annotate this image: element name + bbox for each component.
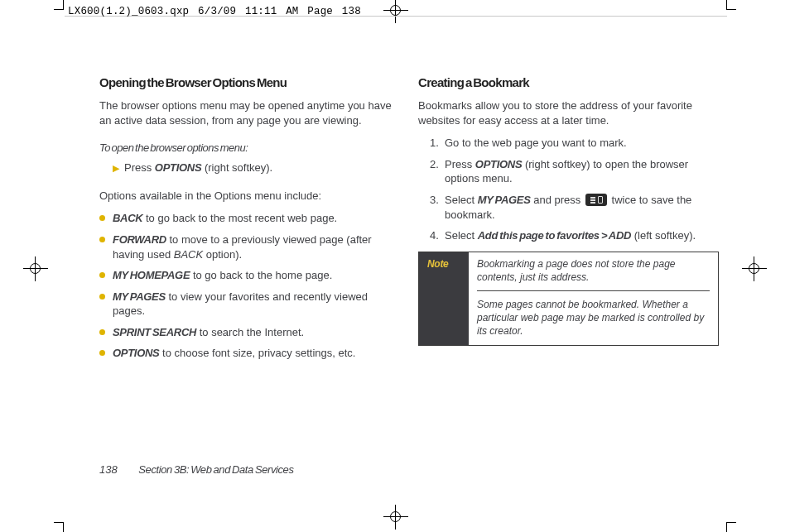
instruction-lead: To open the browser options menu: [99, 141, 400, 156]
heading-open-browser-options: Opening the Browser Options Menu [99, 74, 400, 91]
note-paragraph-2: Some pages cannot be bookmarked. Whether… [477, 298, 710, 338]
step-1: 1. Go to the web page you want to mark. [418, 136, 719, 151]
step-3: 3. Select MY PAGES and press twice to sa… [418, 193, 719, 222]
page-body: Opening the Browser Options Menu The bro… [65, 17, 725, 515]
note-body: Bookmarking a page does not store the pa… [469, 252, 718, 345]
step-4: 4. Select Add this page to favorites > A… [418, 228, 719, 243]
note-paragraph-1: Bookmarking a page does not store the pa… [477, 257, 710, 284]
instruction-step-text: Press OPTIONS (right softkey). [124, 161, 272, 175]
menu-ok-key-icon [585, 194, 607, 206]
crop-corner-br [726, 522, 736, 532]
option-my-pages: MY PAGES to view your favorites and rece… [99, 290, 400, 319]
page-footer: 138 Section 3B: Web and Data Services [99, 463, 294, 477]
option-options: OPTIONS to choose font size, privacy set… [99, 346, 400, 361]
instruction-step: ▶ Press OPTIONS (right softkey). [99, 161, 400, 175]
column-left: Opening the Browser Options Menu The bro… [99, 74, 400, 367]
heading-creating-bookmark: Creating a Bookmark [418, 74, 719, 91]
note-box: Note Bookmarking a page does not store t… [418, 252, 719, 346]
options-list: BACK to go back to the most recent web p… [99, 211, 400, 360]
option-back: BACK to go back to the most recent web p… [99, 211, 400, 226]
column-right: Creating a Bookmark Bookmarks allow you … [418, 74, 719, 367]
triangle-bullet-icon: ▶ [113, 161, 119, 175]
step-2: 2. Press OPTIONS (right softkey) to open… [418, 157, 719, 186]
bookmark-intro: Bookmarks allow you to store the address… [418, 98, 719, 127]
note-label: Note [419, 252, 469, 345]
option-my-homepage: MY HOMEPAGE to go back to the home page. [99, 268, 400, 283]
reg-mark-right [742, 256, 767, 281]
reg-mark-left [23, 256, 48, 281]
bookmark-steps: 1. Go to the web page you want to mark. … [418, 136, 719, 242]
note-divider [477, 290, 710, 291]
page-number: 138 [99, 463, 118, 476]
crop-corner-tl [54, 0, 64, 10]
option-forward: FORWARD to move to a previously viewed p… [99, 232, 400, 261]
crop-corner-tr [726, 0, 736, 10]
option-sprint-search: SPRINT SEARCH to search the Internet. [99, 325, 400, 340]
section-title: Section 3B: Web and Data Services [138, 463, 293, 476]
crop-corner-bl [54, 522, 64, 532]
intro-paragraph: The browser options menu may be opened a… [99, 98, 400, 127]
options-intro: Options available in the Options menu in… [99, 189, 400, 204]
